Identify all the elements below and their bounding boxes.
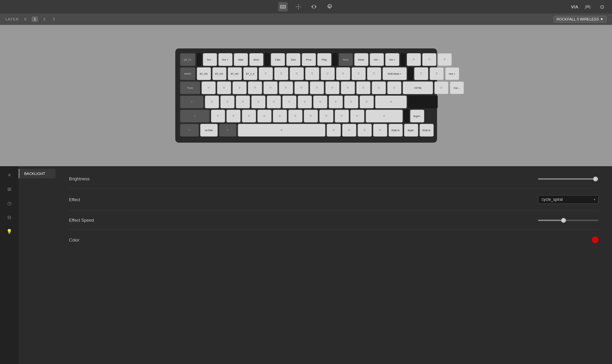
key-mute[interactable]: Mute — [354, 53, 368, 66]
layer-3[interactable]: 3 — [51, 16, 57, 22]
key-r2-tri2[interactable]: ▽ — [274, 67, 288, 80]
effect-select[interactable]: cycle_spiral static breathing rainbow sn… — [538, 195, 599, 204]
layer-0[interactable]: 0 — [22, 16, 28, 22]
key-r5-tri1[interactable]: ▽ — [180, 110, 210, 122]
key-r3-tri7[interactable]: ▽ — [294, 81, 309, 94]
key-to2[interactable]: TO(2) — [180, 81, 200, 94]
key-r5-tri9[interactable]: ▽ — [319, 110, 333, 122]
key-vol-up[interactable]: Vol + — [385, 53, 399, 66]
key-0x700b[interactable]: 0x700b — [200, 124, 218, 137]
key-r3-tri14[interactable]: ▽ — [434, 81, 448, 94]
key-r6-tri4[interactable]: ▽ — [342, 124, 356, 137]
key-r2-tri6[interactable]: ▽ — [336, 67, 350, 80]
key-r3-tri3[interactable]: ▽ — [232, 81, 247, 94]
key-rgb-si1[interactable]: RGB Si — [389, 124, 403, 137]
key-r3-tri13[interactable]: ▽ — [387, 81, 401, 94]
key-brght-plus[interactable]: Brght+ — [410, 110, 424, 122]
effect-speed-slider-thumb[interactable] — [561, 218, 566, 223]
key-r5-tri5[interactable]: ▽ — [257, 110, 272, 122]
key-next[interactable]: Next — [339, 53, 353, 66]
key-qk-cl[interactable]: QK_CL — [180, 53, 195, 66]
key-bt-ho3[interactable]: BT_HO — [228, 67, 242, 80]
keyboard-nav-icon[interactable] — [278, 2, 288, 11]
github-icon[interactable]: ⊙ — [597, 2, 607, 11]
key-r4-tri12[interactable]: ▽ — [360, 96, 374, 108]
key-rgb-mode-plus[interactable]: RGB Mode + — [383, 67, 407, 80]
key-r5-tri8[interactable]: ▽ — [304, 110, 318, 122]
layer-1[interactable]: 1 — [32, 16, 38, 22]
key-r4-tri2[interactable]: ▽ — [205, 96, 219, 108]
key-scr-minus[interactable]: Scr - — [203, 53, 217, 66]
key-play[interactable]: Play — [317, 53, 331, 66]
effect-select-wrapper[interactable]: cycle_spiral static breathing rainbow sn… — [538, 195, 599, 204]
key-srch[interactable]: Srch — [249, 53, 263, 66]
key-r5-tri2[interactable]: ▽ — [211, 110, 225, 122]
discord-icon[interactable]: 🎮 — [583, 2, 592, 11]
key-bt24[interactable]: BT_2_4 — [243, 67, 257, 80]
key-r3-tri11[interactable]: ▽ — [356, 81, 370, 94]
key-r4-tri8[interactable]: ▽ — [298, 96, 312, 108]
key-r4-tri6[interactable]: ▽ — [267, 96, 281, 108]
sidebar-grid-icon[interactable]: ⊞ — [3, 183, 15, 195]
key-calc[interactable]: Calc — [271, 53, 285, 66]
key-r4-tri9[interactable]: ▽ — [313, 96, 327, 108]
device-selector[interactable]: ROCKFALL 3 WIRELESS ▼ — [553, 16, 607, 23]
brightness-slider-thumb[interactable] — [593, 177, 598, 181]
key-r5-tri3[interactable]: ▽ — [226, 110, 241, 122]
color-swatch[interactable] — [592, 236, 599, 243]
key-r4-tri13[interactable]: ▽ — [375, 96, 407, 108]
key-r5-tri7[interactable]: ▽ — [288, 110, 302, 122]
key-r3-tri1[interactable]: ▽ — [202, 81, 216, 94]
key-r1-tri3[interactable]: ▽ — [438, 53, 452, 66]
panel-nav-backlight[interactable]: BACKLIGHT — [19, 169, 56, 178]
key-r5-tri6[interactable]: ▽ — [273, 110, 287, 122]
key-r2-tri1[interactable]: ▽ — [259, 67, 273, 80]
key-r1-tri2[interactable]: ▽ — [422, 53, 436, 66]
key-cstm[interactable]: CSTM( — [403, 81, 433, 94]
key-bt-ho1[interactable]: BT_HO — [197, 67, 211, 80]
key-vol-down[interactable]: Vol – — [370, 53, 384, 66]
key-r4-tri4[interactable]: ▽ — [236, 96, 250, 108]
key-r3-tri5[interactable]: ▽ — [263, 81, 278, 94]
key-r2-tri3[interactable]: ▽ — [290, 67, 304, 80]
key-r1-tri1[interactable]: ▽ — [407, 53, 421, 66]
key-spacebar[interactable]: ▽ — [238, 124, 325, 137]
key-r4-tri5[interactable]: ▽ — [251, 96, 265, 108]
key-r6-tri6[interactable]: ▽ — [373, 124, 387, 137]
key-r3-tri8[interactable]: ▽ — [310, 81, 324, 94]
sidebar-clock-icon[interactable]: ◷ — [3, 197, 15, 209]
key-rgb-si2[interactable]: RGB Si — [420, 124, 434, 137]
key-hue-minus[interactable]: Hue – — [450, 81, 464, 94]
key-r5-tri12[interactable]: ▽ — [366, 110, 403, 122]
sidebar-save-icon[interactable]: ⊟ — [3, 211, 15, 223]
key-hue-plus[interactable]: Hue + — [445, 67, 459, 80]
brightness-slider-track[interactable] — [538, 178, 599, 180]
key-r3-tri10[interactable]: ▽ — [341, 81, 355, 94]
settings-nav-icon[interactable] — [325, 2, 334, 11]
key-brght-minus[interactable]: Brght- — [404, 124, 418, 137]
key-r2-tri9[interactable]: ▽ — [414, 67, 428, 80]
effect-speed-slider-track[interactable] — [538, 220, 599, 221]
key-r6-tri5[interactable]: ▽ — [358, 124, 372, 137]
layer-2[interactable]: 2 — [41, 16, 47, 22]
key-r2-tri5[interactable]: ▽ — [321, 67, 335, 80]
key-r2-tri8[interactable]: ▽ — [367, 67, 381, 80]
key-r6-tri2[interactable]: ▽ — [219, 124, 237, 137]
key-r3-tri6[interactable]: ▽ — [279, 81, 293, 94]
key-r3-tri4[interactable]: ▽ — [248, 81, 262, 94]
matrix-nav-icon[interactable] — [309, 2, 319, 11]
key-r5-tri11[interactable]: ▽ — [350, 110, 364, 122]
layout-nav-icon[interactable] — [294, 2, 303, 11]
key-r6-tri3[interactable]: ▽ — [327, 124, 341, 137]
key-prvs[interactable]: Prvs — [302, 53, 316, 66]
key-r3-tri12[interactable]: ▽ — [372, 81, 386, 94]
key-r2-tri10[interactable]: ▽ — [430, 67, 444, 80]
key-r3-tri2[interactable]: ▽ — [217, 81, 231, 94]
key-bt-ho2[interactable]: BT_HO — [212, 67, 226, 80]
key-scr-plus[interactable]: Scr + — [218, 53, 232, 66]
key-r4-tri3[interactable]: ▽ — [220, 96, 235, 108]
key-slct[interactable]: Slct — [286, 53, 300, 66]
key-r2-tri7[interactable]: ▽ — [352, 67, 366, 80]
key-r6-tri1[interactable]: ▽ — [180, 124, 199, 137]
key-r5-tri10[interactable]: ▽ — [335, 110, 349, 122]
